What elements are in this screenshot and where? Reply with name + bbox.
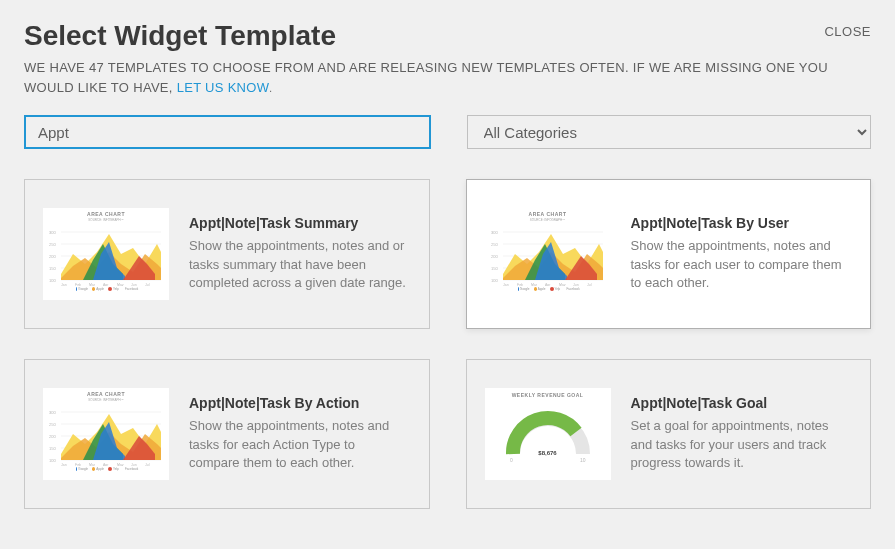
template-card[interactable]: AREA CHART SOURCE: INFOGRAPH™ 300 250 <box>24 359 430 509</box>
thumb-subtitle: SOURCE: INFOGRAPH™ <box>489 218 607 222</box>
card-description: Show the appointments, notes and or task… <box>189 237 409 294</box>
svg-text:Jan: Jan <box>503 283 509 286</box>
card-title: Appt|Note|Task By User <box>631 215 851 231</box>
svg-text:May: May <box>117 283 124 286</box>
card-content: Appt|Note|Task Summary Show the appointm… <box>189 215 409 294</box>
card-thumbnail: WEEKLY REVENUE GOAL 0 10 $8,676 <box>483 384 613 484</box>
svg-text:Apr: Apr <box>103 463 109 466</box>
svg-text:Mar: Mar <box>89 283 96 286</box>
thumb-subtitle: SOURCE: INFOGRAPH™ <box>47 398 165 402</box>
card-description: Show the appointments, notes and tasks f… <box>189 417 409 474</box>
area-chart-thumbnail: AREA CHART SOURCE: INFOGRAPH™ 300 250 <box>43 208 169 300</box>
svg-text:300: 300 <box>49 410 56 415</box>
svg-text:Jul: Jul <box>145 283 150 286</box>
subtitle-text: WE HAVE 47 TEMPLATES TO CHOOSE FROM AND … <box>24 60 828 95</box>
thumb-gauge-value: $8,676 <box>538 450 556 456</box>
svg-text:300: 300 <box>49 230 56 235</box>
thumb-legend: Google Apple Yelp Facebook <box>47 288 165 291</box>
svg-text:150: 150 <box>491 266 498 271</box>
svg-text:Apr: Apr <box>545 283 551 286</box>
card-description: Show the appointments, notes and tasks f… <box>631 237 851 294</box>
svg-text:250: 250 <box>491 242 498 247</box>
template-card[interactable]: AREA CHART SOURCE: INFOGRAPH™ 300 250 <box>24 179 430 329</box>
page-subtitle: WE HAVE 47 TEMPLATES TO CHOOSE FROM AND … <box>24 58 871 97</box>
svg-text:Mar: Mar <box>531 283 538 286</box>
svg-text:300: 300 <box>491 230 498 235</box>
svg-text:Jan: Jan <box>61 463 67 466</box>
area-chart-icon: 300 250 200 150 100 JanFebMar AprMayJun … <box>47 404 165 466</box>
let-us-know-link[interactable]: LET US KNOW <box>177 80 270 95</box>
svg-text:200: 200 <box>491 254 498 259</box>
svg-text:100: 100 <box>491 278 498 283</box>
thumb-title: WEEKLY REVENUE GOAL <box>512 392 584 398</box>
svg-text:Jun: Jun <box>573 283 579 286</box>
search-input[interactable] <box>24 115 431 149</box>
svg-text:250: 250 <box>49 422 56 427</box>
page-title: Select Widget Template <box>24 20 871 52</box>
card-title: Appt|Note|Task By Action <box>189 395 409 411</box>
svg-text:Mar: Mar <box>89 463 96 466</box>
svg-text:100: 100 <box>49 278 56 283</box>
template-card[interactable]: AREA CHART SOURCE: INFOGRAPH™ 300 250 <box>466 179 872 329</box>
svg-text:Jun: Jun <box>131 283 137 286</box>
controls-row: All Categories <box>24 115 871 149</box>
svg-text:Feb: Feb <box>517 283 523 286</box>
svg-text:150: 150 <box>49 266 56 271</box>
svg-text:10: 10 <box>580 457 586 463</box>
gauge-chart-thumbnail: WEEKLY REVENUE GOAL 0 10 $8,676 <box>485 388 611 480</box>
card-title: Appt|Note|Task Summary <box>189 215 409 231</box>
svg-text:200: 200 <box>49 254 56 259</box>
thumb-subtitle: SOURCE: INFOGRAPH™ <box>47 218 165 222</box>
category-select[interactable]: All Categories <box>467 115 872 149</box>
template-card[interactable]: WEEKLY REVENUE GOAL 0 10 $8,676 Appt|Not… <box>466 359 872 509</box>
template-cards-grid: AREA CHART SOURCE: INFOGRAPH™ 300 250 <box>24 179 871 509</box>
svg-text:Jun: Jun <box>131 463 137 466</box>
svg-text:May: May <box>559 283 566 286</box>
svg-text:0: 0 <box>510 457 513 463</box>
area-chart-thumbnail: AREA CHART SOURCE: INFOGRAPH™ 300 250 <box>43 388 169 480</box>
svg-text:200: 200 <box>49 434 56 439</box>
subtitle-period: . <box>269 83 272 94</box>
svg-text:May: May <box>117 463 124 466</box>
card-thumbnail: AREA CHART SOURCE: INFOGRAPH™ 300 250 <box>483 204 613 304</box>
card-content: Appt|Note|Task By User Show the appointm… <box>631 215 851 294</box>
svg-text:Jul: Jul <box>145 463 150 466</box>
thumb-legend: Google Apple Yelp Facebook <box>489 288 607 291</box>
svg-text:100: 100 <box>49 458 56 463</box>
card-title: Appt|Note|Task Goal <box>631 395 851 411</box>
svg-text:Jan: Jan <box>61 283 67 286</box>
card-thumbnail: AREA CHART SOURCE: INFOGRAPH™ 300 250 <box>41 384 171 484</box>
svg-text:Apr: Apr <box>103 283 109 286</box>
svg-text:Jul: Jul <box>587 283 592 286</box>
card-thumbnail: AREA CHART SOURCE: INFOGRAPH™ 300 250 <box>41 204 171 304</box>
card-description: Set a goal for appointments, notes and t… <box>631 417 851 474</box>
thumb-legend: Google Apple Yelp Facebook <box>47 468 165 471</box>
area-chart-thumbnail: AREA CHART SOURCE: INFOGRAPH™ 300 250 <box>485 208 611 300</box>
close-button[interactable]: CLOSE <box>824 24 871 39</box>
svg-text:Feb: Feb <box>75 283 81 286</box>
svg-text:Feb: Feb <box>75 463 81 466</box>
svg-text:250: 250 <box>49 242 56 247</box>
area-chart-icon: 300 250 200 150 100 JanFebMar AprMayJun … <box>489 224 607 286</box>
card-content: Appt|Note|Task By Action Show the appoin… <box>189 395 409 474</box>
area-chart-icon: 300 250 200 150 100 JanFebMar AprMayJun … <box>47 224 165 286</box>
svg-text:150: 150 <box>49 446 56 451</box>
card-content: Appt|Note|Task Goal Set a goal for appoi… <box>631 395 851 474</box>
